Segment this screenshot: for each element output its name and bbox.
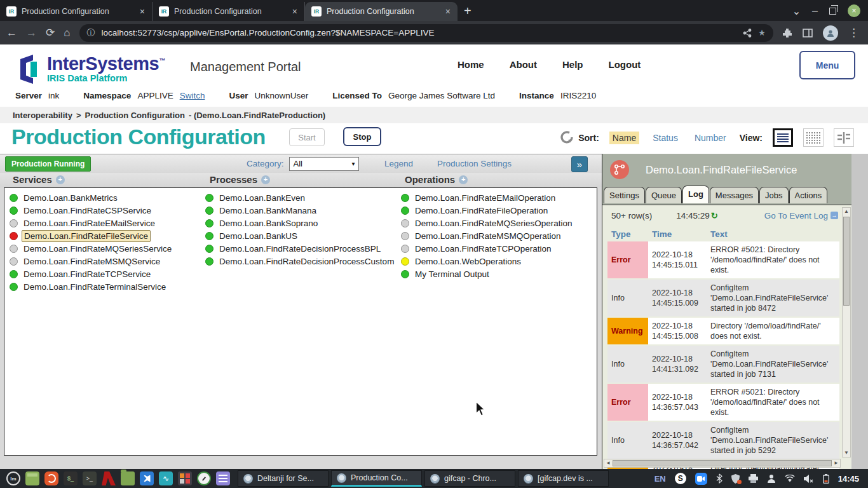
back-icon[interactable]: ← — [6, 27, 17, 39]
add-operation-button[interactable]: + — [459, 175, 468, 184]
minimize-button[interactable]: – — [812, 5, 818, 17]
stop-button[interactable]: Stop — [343, 127, 381, 146]
operation-item[interactable]: Demo.Loan.FindRateMSMQOperation — [401, 229, 574, 242]
log-row[interactable]: Info 2022-10-18 14:41:31.092 ConfigItem … — [607, 345, 839, 383]
panel-tab[interactable]: Queue — [646, 187, 682, 203]
add-process-button[interactable]: + — [261, 175, 270, 184]
tab-close-icon[interactable]: × — [290, 6, 299, 17]
panel-tab[interactable]: Jobs — [759, 187, 788, 203]
close-window-button[interactable]: × — [848, 4, 860, 17]
printer-icon[interactable] — [749, 474, 758, 483]
operation-item[interactable]: Demo.Loan.FindRateMQSeriesOperation — [401, 217, 574, 229]
language-indicator[interactable]: EN — [654, 474, 666, 484]
browser-tab[interactable]: IR Production Configuration × — [305, 2, 458, 21]
hscroll-thumb[interactable] — [613, 460, 832, 466]
profile-avatar[interactable] — [823, 25, 838, 41]
taskbar-window-button[interactable]: gifcap - Chro... — [424, 470, 515, 487]
operation-item[interactable]: My Terminal Output — [401, 268, 574, 280]
process-item[interactable]: Demo.Loan.BankUS — [205, 229, 396, 242]
taskbar-window-button[interactable]: Production Co... — [331, 470, 422, 487]
log-col-time[interactable]: Time — [648, 227, 707, 241]
service-item[interactable]: Demo.Loan.FindRateMSMQService — [10, 255, 173, 268]
panel-tab[interactable]: Messages — [710, 187, 759, 203]
reload-icon[interactable]: ⟳ — [46, 26, 55, 39]
share-icon[interactable] — [743, 29, 752, 37]
restore-button[interactable] — [829, 8, 836, 15]
panel-tab[interactable]: Actions — [789, 187, 828, 203]
dock-app-icon[interactable]: >_ — [83, 471, 97, 485]
portal-nav-link[interactable]: Logout — [609, 59, 641, 70]
operation-item[interactable]: Demo.Loan.FindRateFileOperation — [401, 204, 574, 217]
browser-menu-icon[interactable]: ⋮ — [848, 26, 859, 39]
dock-app-icon[interactable] — [216, 471, 230, 485]
video-camera-icon[interactable] — [695, 473, 707, 485]
dock-app-icon[interactable] — [140, 471, 154, 485]
skype-tray-icon[interactable]: S — [675, 473, 686, 484]
dock-app-icon[interactable]: ∿ — [159, 471, 173, 485]
view-split-button[interactable] — [834, 128, 854, 147]
panel-tab[interactable]: Settings — [604, 187, 645, 203]
taskbar-clock[interactable]: 14:45 — [838, 474, 859, 484]
service-item[interactable]: Demo.Loan.FindRateCSPService — [10, 204, 173, 217]
dock-app-icon[interactable] — [25, 471, 39, 485]
production-settings-link[interactable]: Production Settings — [437, 159, 512, 168]
tab-search-icon[interactable]: ⌄ — [792, 5, 801, 17]
view-grid-button[interactable] — [803, 128, 824, 147]
scroll-down-icon[interactable]: ▼ — [843, 449, 850, 457]
portal-nav-link[interactable]: Home — [458, 59, 484, 70]
side-panel-icon[interactable] — [803, 28, 813, 38]
portal-nav-link[interactable]: About — [510, 59, 537, 70]
dock-app-icon[interactable]: lm — [6, 471, 20, 485]
url-text[interactable]: localhost:52773/csp/applive/EnsPortal.Pr… — [102, 28, 737, 37]
process-item[interactable]: Demo.Loan.BankManana — [205, 204, 396, 217]
taskbar-window-button[interactable]: [gifcap.dev is ... — [518, 470, 609, 487]
legend-link[interactable]: Legend — [384, 159, 413, 168]
add-service-button[interactable]: + — [56, 175, 65, 184]
dock-app-icon[interactable] — [102, 471, 116, 485]
service-item[interactable]: Demo.Loan.BankMetrics — [10, 191, 173, 204]
sort-option[interactable]: Name — [609, 132, 639, 144]
portal-nav-link[interactable]: Help — [562, 59, 583, 70]
service-item[interactable]: Demo.Loan.FindRateFileService — [10, 229, 173, 242]
operation-item[interactable]: Demo.Loan.WebOperations — [401, 255, 574, 268]
log-row[interactable]: Error 2022-10-18 14:45:15.011 ERROR #502… — [607, 241, 839, 279]
extensions-puzzle-icon[interactable] — [782, 28, 792, 38]
vscroll-thumb[interactable] — [843, 217, 850, 306]
scroll-up-icon[interactable]: ▲ — [843, 208, 850, 215]
log-vertical-scrollbar[interactable]: ▲ ▼ — [842, 207, 851, 458]
service-item[interactable]: Demo.Loan.FindRateEMailService — [10, 217, 173, 229]
shield-icon[interactable] — [731, 474, 740, 484]
breadcrumb-root-link[interactable]: Interoperability — [13, 111, 72, 120]
home-icon[interactable]: ⌂ — [64, 27, 70, 39]
dock-app-icon[interactable] — [121, 471, 135, 485]
log-horizontal-scrollbar[interactable]: ◄ ► — [604, 459, 841, 468]
service-item[interactable]: Demo.Loan.FindRateMQSeriesService — [10, 242, 173, 255]
scroll-left-icon[interactable]: ◄ — [604, 459, 612, 467]
log-row[interactable]: Info 2022-10-18 14:45:15.009 ConfigItem … — [607, 279, 839, 317]
battery-icon[interactable] — [823, 474, 829, 484]
new-tab-button[interactable]: + — [458, 4, 479, 21]
url-bar[interactable]: ⓘ localhost:52773/csp/applive/EnsPortal.… — [79, 24, 773, 42]
process-item[interactable]: Demo.Loan.FindRateDecisionProcessCustom — [205, 255, 396, 268]
dock-app-icon[interactable] — [178, 471, 192, 485]
log-row[interactable]: Warning 2022-10-18 14:45:15.008 Director… — [607, 317, 839, 345]
bluetooth-icon[interactable] — [716, 473, 722, 484]
expand-panel-button[interactable]: » — [571, 156, 588, 172]
operation-item[interactable]: Demo.Loan.FindRateEMailOperation — [401, 191, 574, 204]
operation-item[interactable]: Demo.Loan.FindRateTCPOperation — [401, 242, 574, 255]
refresh-log-icon[interactable]: ↻ — [711, 211, 718, 220]
start-button[interactable]: Start — [289, 128, 325, 146]
menu-button[interactable]: Menu — [799, 51, 855, 79]
tab-close-icon[interactable]: × — [444, 6, 452, 17]
volume-muted-icon[interactable] — [804, 475, 814, 483]
process-item[interactable]: Demo.Loan.BankEven — [205, 191, 396, 204]
browser-tab[interactable]: IR Production Configuration × — [0, 2, 153, 21]
tab-close-icon[interactable]: × — [138, 6, 147, 17]
user-tray-icon[interactable] — [767, 474, 776, 483]
forward-icon[interactable]: → — [26, 27, 37, 39]
taskbar-window-button[interactable]: Deltanji for Se... — [238, 470, 329, 487]
log-col-text[interactable]: Text — [707, 227, 839, 241]
wifi-icon[interactable] — [785, 475, 795, 482]
log-col-type[interactable]: Type — [607, 227, 648, 241]
sort-option[interactable]: Number — [691, 132, 729, 144]
